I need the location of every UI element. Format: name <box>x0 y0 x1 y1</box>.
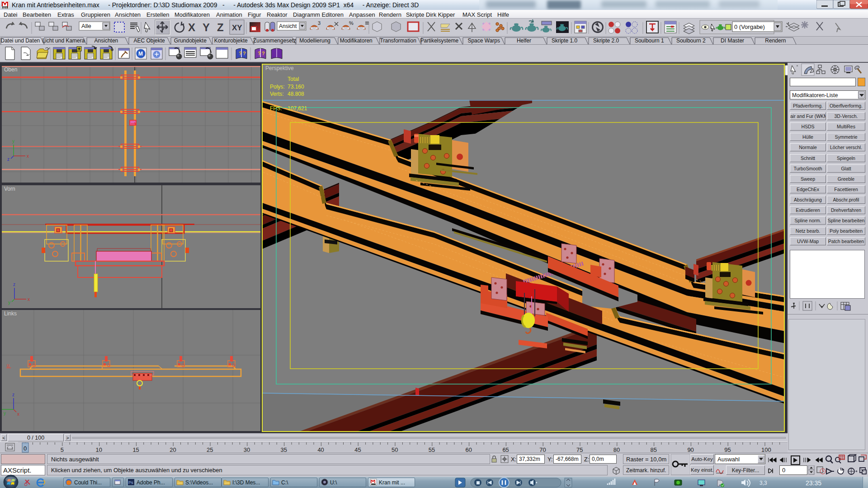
svg-text:Total: Total <box>288 76 299 82</box>
svg-text:Oben: Oben <box>4 66 17 73</box>
svg-text:%: % <box>349 20 354 26</box>
svg-text:Grundobjekte: Grundobjekte <box>174 38 207 44</box>
svg-text:55: 55 <box>429 446 435 453</box>
svg-text:50: 50 <box>392 446 398 453</box>
svg-text:10: 10 <box>96 446 102 453</box>
svg-text:0 (Vorgabe): 0 (Vorgabe) <box>734 23 765 30</box>
svg-text:3: 3 <box>318 20 321 26</box>
svg-text:3,3: 3,3 <box>760 480 767 486</box>
svg-text:z: z <box>13 282 15 287</box>
svg-text:Ansicht: Ansicht <box>279 23 297 29</box>
svg-text:z: z <box>12 392 14 397</box>
svg-text:x: x <box>17 412 19 417</box>
svg-text:Transformation: Transformation <box>380 38 416 44</box>
svg-text:3DS: 3DS <box>3 6 8 9</box>
svg-text:Z: Z <box>217 21 224 33</box>
svg-text:?: ? <box>239 51 242 56</box>
svg-text:z: z <box>7 157 9 162</box>
svg-text:80: 80 <box>613 446 620 453</box>
svg-text:100: 100 <box>761 446 771 453</box>
svg-text:Modellierung: Modellierung <box>299 38 330 44</box>
svg-text:FPS:: FPS: <box>270 105 282 112</box>
svg-text:x: x <box>27 154 29 159</box>
svg-text:23:35: 23:35 <box>806 479 821 487</box>
svg-text:Ps: Ps <box>128 480 133 485</box>
svg-text:95: 95 <box>724 446 731 453</box>
svg-text:35: 35 <box>281 446 287 453</box>
svg-text:107,621: 107,621 <box>288 105 307 112</box>
svg-text:x: x <box>28 297 30 302</box>
svg-text:Space Warps: Space Warps <box>467 38 500 44</box>
svg-text:Soulbourn 1: Soulbourn 1 <box>635 38 664 44</box>
svg-text:30: 30 <box>244 446 250 453</box>
svg-text:Skripte 2.0: Skripte 2.0 <box>593 38 619 44</box>
svg-text:Soulbourn 2: Soulbourn 2 <box>676 38 706 44</box>
svg-text:Datei und Daten: Datei und Daten <box>1 38 40 44</box>
svg-text:Konturobjekte: Konturobjekte <box>214 38 248 44</box>
svg-text:?: ? <box>243 51 246 56</box>
svg-text:15: 15 <box>132 446 139 453</box>
svg-text:DI Master: DI Master <box>721 38 744 44</box>
svg-text:Polys:: Polys: <box>270 84 285 90</box>
svg-text:73.160: 73.160 <box>288 84 304 90</box>
svg-text:y: y <box>4 411 6 416</box>
svg-text:AEC Objekte: AEC Objekte <box>133 38 165 44</box>
svg-text:XY: XY <box>232 23 242 32</box>
svg-text:y: y <box>8 300 10 305</box>
svg-text:Perspektive: Perspektive <box>265 65 294 71</box>
svg-text:75: 75 <box>576 446 583 453</box>
svg-text:48.808: 48.808 <box>288 91 304 97</box>
svg-text:M: M <box>138 51 143 57</box>
svg-text:5: 5 <box>61 446 64 453</box>
svg-text:70: 70 <box>539 446 546 453</box>
svg-text:?: ? <box>258 51 261 56</box>
svg-text:X: X <box>188 21 195 33</box>
svg-text:Modifikatoren: Modifikatoren <box>340 38 373 44</box>
svg-text:Zusammengesetzt: Zusammengesetzt <box>253 38 298 44</box>
svg-text:Y: Y <box>203 21 210 33</box>
svg-text:25: 25 <box>207 446 213 453</box>
svg-text:60: 60 <box>466 446 472 453</box>
svg-text:u: u <box>7 362 9 368</box>
svg-text:45: 45 <box>354 446 361 453</box>
svg-text:Verts:: Verts: <box>270 91 284 97</box>
svg-text:Licht und Kamera: Licht und Kamera <box>42 38 85 44</box>
svg-text:Partikelsysteme: Partikelsysteme <box>420 38 459 44</box>
svg-text:40: 40 <box>317 446 324 453</box>
svg-text:90: 90 <box>687 446 693 453</box>
svg-text:85: 85 <box>651 446 657 453</box>
svg-text:y: y <box>12 139 14 144</box>
svg-text:Rendern: Rendern <box>765 38 786 44</box>
svg-text:Vorn: Vorn <box>4 186 15 192</box>
svg-text:65: 65 <box>502 446 509 453</box>
svg-text:?: ? <box>262 51 265 56</box>
svg-text:Skripte 1.0: Skripte 1.0 <box>552 38 578 44</box>
svg-text:0: 0 <box>24 445 27 452</box>
svg-text:Links: Links <box>4 310 17 317</box>
svg-text:Helfer: Helfer <box>517 38 531 44</box>
svg-text:Alle: Alle <box>81 23 91 29</box>
svg-text:Ansichten: Ansichten <box>94 38 118 44</box>
svg-text:20: 20 <box>170 446 176 453</box>
